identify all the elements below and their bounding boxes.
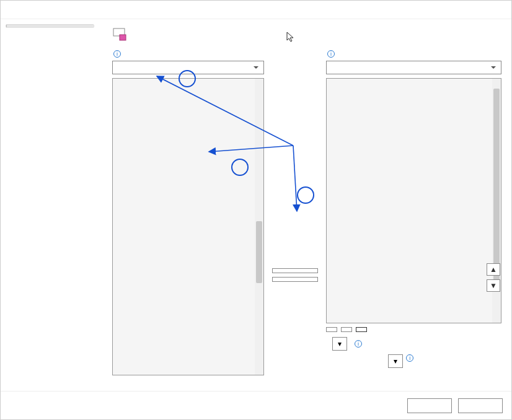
rename-button[interactable] [356,327,367,332]
ribbon-tree[interactable] [326,78,501,323]
add-button[interactable] [272,268,318,273]
choose-commands-combo[interactable] [112,61,264,74]
move-up-button[interactable]: ▲ [487,263,500,276]
cancel-button[interactable] [458,398,503,413]
remove-button[interactable] [272,277,318,282]
info-icon[interactable]: i [406,354,413,362]
reset-dropdown[interactable]: ▾ [332,337,347,351]
info-icon[interactable]: i [327,50,335,58]
move-group: ▲ ▼ [487,263,500,292]
commands-listbox[interactable] [112,78,264,375]
scrollbar[interactable] [255,79,263,375]
import-export-dropdown[interactable]: ▾ [388,354,403,368]
ok-button[interactable] [407,398,452,413]
new-tab-button[interactable] [326,327,337,332]
info-icon[interactable]: i [113,50,121,58]
dialog-footer [1,391,511,419]
svg-rect-1 [120,35,126,40]
customize-ribbon-label: i [326,50,501,59]
ribbon-icon [112,27,127,42]
choose-commands-label: i [112,50,264,59]
excel-options-dialog: i [0,0,512,420]
titlebar [1,1,511,19]
ribbon-customize-panel: i [100,19,511,391]
info-icon[interactable]: i [355,340,362,348]
move-down-button[interactable]: ▼ [487,279,500,292]
scroll-thumb[interactable] [256,221,262,283]
customize-ribbon-combo[interactable] [326,61,501,74]
scroll-thumb[interactable] [493,89,500,287]
category-sidebar [1,19,100,391]
new-group-button[interactable] [341,327,352,332]
